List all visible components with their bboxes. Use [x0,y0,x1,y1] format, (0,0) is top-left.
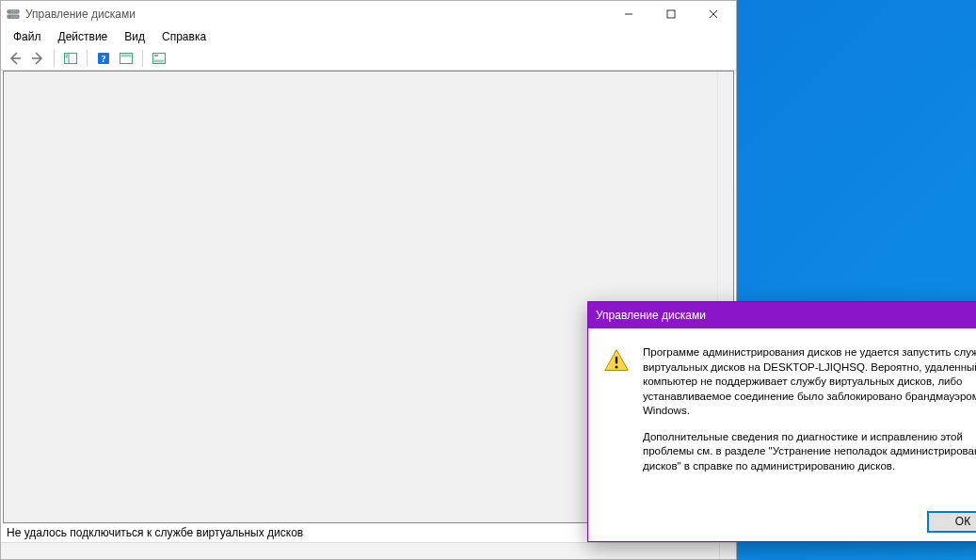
svg-rect-18 [154,55,158,56]
svg-rect-1 [8,15,19,19]
svg-rect-11 [66,56,69,57]
menu-view[interactable]: Вид [116,28,153,45]
lower-pane [1,542,736,559]
minimize-button[interactable] [607,1,649,27]
menu-help[interactable]: Справка [153,28,215,45]
view-bottom-button[interactable] [149,48,169,69]
maximize-button[interactable] [649,1,692,27]
toolbar-separator [54,50,55,67]
app-icon [7,8,20,21]
svg-rect-5 [667,10,675,18]
toolbar-separator [87,50,88,67]
help-button[interactable]: ? [93,48,114,69]
horizontal-scrollbar[interactable] [1,543,720,559]
svg-rect-21 [616,357,617,364]
show-hide-tree-button[interactable] [60,48,81,69]
ok-button[interactable]: ОК [927,511,976,533]
close-button[interactable] [692,1,734,27]
dialog-body: Программе администрирования дисков не уд… [588,328,976,502]
toolbar-separator [142,50,143,67]
svg-rect-15 [121,54,132,56]
menu-file[interactable]: Файл [5,28,50,45]
svg-rect-10 [66,55,69,56]
dialog-title: Управление дисками [596,309,972,322]
status-text: Не удалось подключиться к службе виртуал… [7,526,303,539]
warning-icon [601,345,632,492]
menubar: Файл Действие Вид Справка [1,27,736,46]
svg-point-2 [9,11,10,12]
scroll-corner [720,543,736,559]
toolbar: ? [1,46,736,71]
svg-text:?: ? [102,54,106,64]
dialog-paragraph-1: Программе администрирования дисков не уд… [643,345,976,419]
dialog-paragraph-2: Дополнительные сведения по диагностике и… [643,430,976,474]
dialog-message: Программе администрирования дисков не уд… [643,345,976,492]
window-title: Управление дисками [25,8,607,21]
svg-rect-0 [8,10,19,14]
dialog-titlebar[interactable]: Управление дисками [588,302,976,328]
window-controls [607,1,734,27]
error-dialog: Управление дисками Программе администрир… [587,301,976,542]
titlebar[interactable]: Управление дисками [1,1,736,27]
menu-action[interactable]: Действие [50,28,117,45]
nav-back-button[interactable] [5,48,25,69]
view-top-button[interactable] [116,48,136,69]
svg-point-3 [9,16,10,17]
dialog-close-button[interactable] [972,302,976,328]
dialog-footer: ОК [588,502,976,541]
svg-rect-17 [154,59,165,62]
nav-forward-button[interactable] [27,48,48,69]
svg-point-22 [615,365,617,368]
